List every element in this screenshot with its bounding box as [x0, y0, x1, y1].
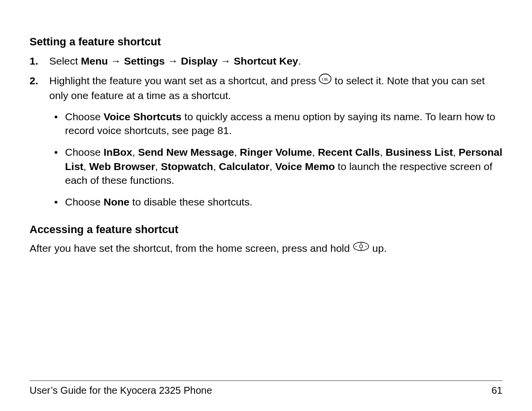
option-voice-shortcuts: Voice Shortcuts	[103, 111, 181, 122]
bullet-none: Choose None to disable these shortcuts.	[49, 195, 502, 209]
comma: ,	[269, 161, 275, 172]
step-2: 2. Highlight the feature you want set as…	[30, 74, 502, 209]
option-web-browser: Web Browser	[89, 161, 155, 172]
comma: ,	[213, 161, 219, 172]
svg-point-4	[356, 246, 357, 247]
para-text-a: After you have set the shortcut, from th…	[30, 242, 353, 254]
menu-path-settings: Settings	[124, 55, 165, 67]
menu-path-menu: Menu	[81, 55, 108, 67]
option-business-list: Business List	[386, 146, 453, 158]
step-number: 2.	[30, 74, 38, 88]
comma: ,	[234, 146, 240, 158]
option-send-new-message: Send New Message	[138, 146, 234, 158]
option-calculator: Calculator	[219, 161, 269, 172]
svg-point-7	[361, 249, 362, 250]
option-ringer-volume: Ringer Volume	[240, 146, 312, 158]
steps-list: 1. Select Menu → Settings → Display → Sh…	[30, 54, 502, 209]
navigation-key-icon	[353, 241, 369, 255]
svg-point-3	[360, 245, 363, 248]
svg-point-5	[366, 246, 366, 247]
menu-path-display: Display	[181, 55, 218, 67]
comma: ,	[312, 146, 318, 158]
svg-point-6	[361, 243, 362, 244]
ok-button-icon: OK	[319, 73, 332, 88]
options-list: Choose Voice Shortcuts to quickly access…	[49, 110, 502, 209]
heading-setting-shortcut: Setting a feature shortcut	[30, 34, 502, 49]
bullet-text: Choose	[65, 196, 103, 207]
bullet-voice-shortcuts: Choose Voice Shortcuts to quickly access…	[49, 110, 502, 138]
bullet-text: Choose	[65, 111, 103, 122]
page-content: Setting a feature shortcut 1. Select Men…	[30, 34, 502, 256]
bullet-feature-list: Choose InBox, Send New Message, Ringer V…	[49, 145, 502, 187]
heading-accessing-shortcut: Accessing a feature shortcut	[30, 222, 502, 237]
footer-page-number: 61	[492, 385, 502, 396]
para-text-b: up.	[372, 242, 387, 254]
step-text: Select	[49, 55, 81, 67]
step-text-a: Highlight the feature you want set as a …	[49, 75, 319, 86]
comma: ,	[155, 161, 161, 172]
page-footer: User’s Guide for the Kyocera 2325 Phone …	[30, 380, 502, 396]
option-stopwatch: Stopwatch	[161, 161, 213, 172]
menu-path-shortcut-key: Shortcut Key	[234, 55, 299, 67]
option-inbox: InBox	[103, 146, 132, 158]
arrow-icon: →	[165, 55, 181, 67]
footer-title: User’s Guide for the Kyocera 2325 Phone	[30, 385, 212, 396]
document-page: Setting a feature shortcut 1. Select Men…	[0, 0, 532, 411]
comma: ,	[133, 146, 138, 158]
step-1: 1. Select Menu → Settings → Display → Sh…	[30, 54, 502, 68]
option-voice-memo: Voice Memo	[275, 161, 335, 172]
comma: ,	[453, 146, 459, 158]
bullet-text-tail: to disable these shortcuts.	[130, 196, 253, 207]
period: .	[298, 55, 301, 67]
comma: ,	[380, 146, 386, 158]
option-recent-calls: Recent Calls	[318, 146, 380, 158]
svg-text:OK: OK	[322, 77, 329, 82]
option-none: None	[103, 196, 130, 207]
step-number: 1.	[30, 54, 38, 68]
arrow-icon: →	[108, 55, 124, 67]
arrow-icon: →	[218, 55, 234, 67]
comma: ,	[83, 161, 89, 172]
bullet-text: Choose	[65, 146, 103, 158]
accessing-paragraph: After you have set the shortcut, from th…	[30, 241, 502, 256]
